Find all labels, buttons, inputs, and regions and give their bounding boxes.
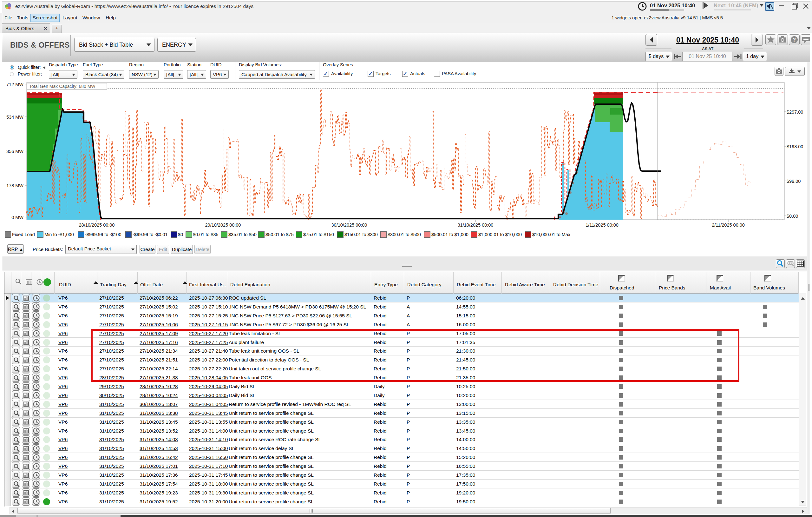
svg-text:31/10/2025 00:00: 31/10/2025 00:00	[458, 222, 494, 227]
svg-text:356 MW: 356 MW	[6, 149, 24, 154]
svg-text:178 MW: 178 MW	[6, 183, 24, 188]
svg-text:$297.00: $297.00	[787, 109, 803, 115]
svg-text:$198.00: $198.00	[787, 144, 803, 149]
svg-text:0 MW: 0 MW	[11, 215, 24, 220]
svg-text:$99.00: $99.00	[787, 179, 801, 184]
svg-text:$0.00: $0.00	[787, 214, 798, 219]
svg-text:?: ?	[793, 37, 796, 43]
svg-text:30/10/2025 00:00: 30/10/2025 00:00	[331, 222, 367, 227]
svg-text:Total Gen Max Capacity: 680 MW: Total Gen Max Capacity: 680 MW	[29, 84, 95, 89]
svg-text:1/11/2025 00:00: 1/11/2025 00:00	[585, 222, 618, 227]
svg-text:534 MW: 534 MW	[6, 115, 24, 120]
svg-text:28/10/2025 00:00: 28/10/2025 00:00	[79, 222, 115, 227]
svg-text:29/10/2025 00:00: 29/10/2025 00:00	[205, 222, 241, 227]
svg-text:2/11/2025 00:00: 2/11/2025 00:00	[712, 222, 745, 227]
svg-text:712 MW: 712 MW	[6, 82, 24, 87]
